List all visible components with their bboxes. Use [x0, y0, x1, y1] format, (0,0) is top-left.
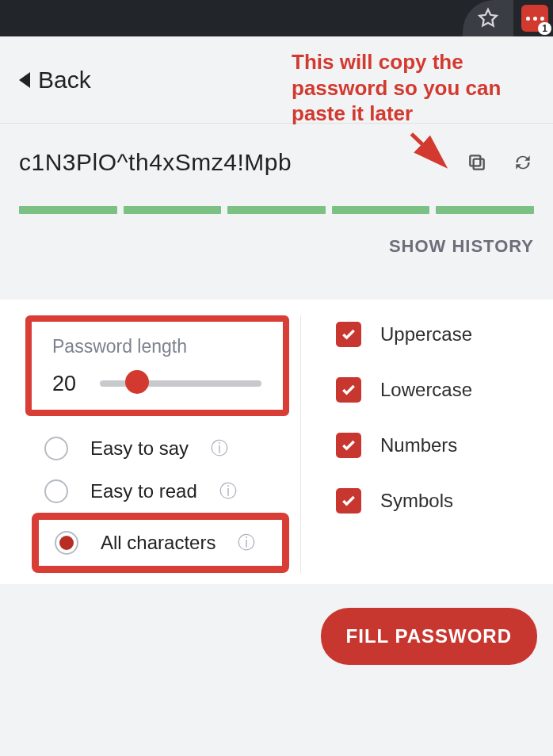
length-value: 20 [52, 372, 84, 396]
check-numbers[interactable]: Numbers [336, 433, 545, 458]
refresh-icon [513, 152, 533, 173]
options-right-column: Uppercase Lowercase Numbers Symbols [301, 315, 548, 573]
radio-easy-to-say[interactable]: Easy to say ⓘ [44, 437, 289, 460]
regenerate-button[interactable] [512, 151, 534, 174]
length-label: Password length [52, 336, 273, 357]
copy-password-button[interactable] [466, 151, 488, 174]
checkbox-icon [336, 377, 361, 403]
password-display-area: c1N3PlO^th4xSmz4!Mpb SHOW HISTORY [0, 124, 553, 281]
radio-label: Easy to read [90, 480, 197, 502]
footer: FILL PASSWORD [0, 584, 553, 756]
radio-icon [44, 479, 68, 503]
check-label: Uppercase [380, 323, 472, 346]
check-uppercase[interactable]: Uppercase [336, 322, 545, 347]
svg-rect-1 [474, 159, 484, 170]
annotation-copy-note: This will copy the password so you can p… [292, 49, 501, 127]
show-history-button[interactable]: SHOW HISTORY [19, 236, 534, 268]
back-label: Back [38, 67, 91, 94]
checkbox-icon [336, 322, 361, 347]
check-symbols[interactable]: Symbols [336, 488, 545, 514]
radio-label: All characters [101, 532, 215, 554]
info-icon[interactable]: ⓘ [238, 531, 255, 555]
copy-icon [467, 152, 487, 173]
options-left-column: Password length 20 Easy to say ⓘ Easy to… [0, 315, 301, 573]
length-slider[interactable] [100, 378, 200, 389]
checkbox-icon [336, 433, 361, 458]
check-lowercase[interactable]: Lowercase [336, 377, 545, 403]
info-icon[interactable]: ⓘ [219, 479, 237, 503]
annotation-highlight-length: Password length 20 [25, 315, 289, 416]
radio-easy-to-read[interactable]: Easy to read ⓘ [44, 479, 289, 503]
browser-top-bar: 1 [0, 0, 553, 36]
radio-icon [44, 437, 68, 460]
annotation-highlight-allchars: All characters ⓘ [32, 513, 289, 573]
slider-thumb[interactable] [125, 370, 149, 394]
svg-rect-2 [470, 155, 480, 166]
extension-badge: 1 [538, 22, 551, 35]
radio-label: Easy to say [90, 437, 189, 460]
bookmark-star-button[interactable] [463, 0, 513, 36]
password-strength-meter [19, 206, 534, 214]
header-row: Back This will copy the password so you … [0, 36, 553, 124]
check-label: Numbers [380, 434, 457, 456]
radio-icon [55, 531, 78, 555]
extension-icon[interactable]: 1 [521, 5, 548, 32]
fill-password-button[interactable]: FILL PASSWORD [321, 608, 537, 665]
radio-all-characters[interactable]: All characters ⓘ [55, 531, 263, 555]
star-icon [477, 7, 499, 29]
info-icon[interactable]: ⓘ [211, 437, 228, 460]
check-label: Symbols [380, 490, 453, 512]
generated-password: c1N3PlO^th4xSmz4!Mpb [19, 149, 442, 176]
checkbox-icon [336, 488, 361, 514]
generator-options: Password length 20 Easy to say ⓘ Easy to… [0, 300, 553, 584]
back-button[interactable]: Back [19, 67, 91, 94]
check-label: Lowercase [380, 379, 472, 401]
chevron-left-icon [19, 72, 30, 88]
